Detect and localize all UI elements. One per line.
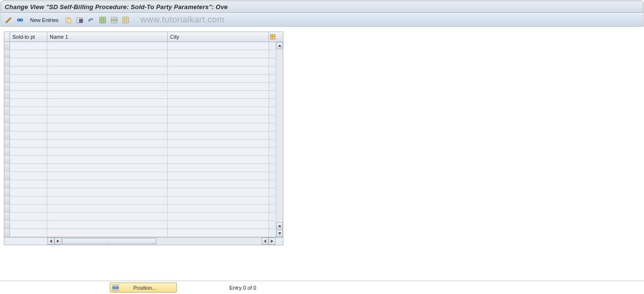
row-selector[interactable]	[4, 172, 10, 180]
grid-cell[interactable]	[47, 131, 168, 139]
row-selector[interactable]	[4, 50, 10, 58]
grid-cell[interactable]	[47, 205, 168, 212]
grid-cell[interactable]	[168, 123, 269, 131]
grid-cell[interactable]	[168, 131, 269, 139]
scroll-down-inner-button[interactable]	[276, 222, 283, 229]
grid-cell[interactable]	[47, 58, 168, 66]
grid-cell[interactable]	[168, 221, 269, 229]
grid-cell[interactable]	[168, 99, 269, 107]
row-selector[interactable]	[4, 123, 10, 131]
grid-cell[interactable]	[10, 196, 47, 204]
grid-cell[interactable]	[168, 196, 269, 204]
grid-cell[interactable]	[10, 213, 47, 220]
grid-cell[interactable]	[47, 123, 168, 131]
grid-cell[interactable]	[47, 180, 168, 188]
grid-cell[interactable]	[10, 148, 47, 155]
grid-cell[interactable]	[10, 156, 47, 163]
grid-cell[interactable]	[10, 83, 47, 90]
grid-cell[interactable]	[47, 75, 168, 82]
row-selector[interactable]	[4, 115, 10, 123]
undo-change-button[interactable]	[86, 15, 96, 25]
row-selector[interactable]	[4, 164, 10, 172]
new-entries-button[interactable]: New Entries	[27, 15, 62, 25]
grid-cell[interactable]	[47, 156, 168, 163]
position-button[interactable]: Position...	[110, 283, 177, 293]
grid-cell[interactable]	[47, 196, 168, 204]
row-selector[interactable]	[4, 196, 10, 204]
row-selector[interactable]	[4, 42, 10, 50]
grid-cell[interactable]	[168, 66, 269, 74]
row-selector[interactable]	[4, 131, 10, 139]
grid-cell[interactable]	[10, 229, 47, 237]
grid-cell[interactable]	[10, 131, 47, 139]
grid-cell[interactable]	[168, 148, 269, 155]
grid-cell[interactable]	[168, 156, 269, 163]
grid-cell[interactable]	[10, 140, 47, 147]
grid-cell[interactable]	[10, 164, 47, 172]
grid-cell[interactable]	[10, 99, 47, 107]
grid-cell[interactable]	[168, 83, 269, 90]
row-selector[interactable]	[4, 148, 10, 155]
row-selector[interactable]	[4, 83, 10, 90]
row-selector[interactable]	[4, 58, 10, 66]
grid-cell[interactable]	[47, 83, 168, 90]
grid-cell[interactable]	[168, 229, 269, 237]
grid-cell[interactable]	[168, 140, 269, 147]
grid-cell[interactable]	[168, 91, 269, 98]
grid-cell[interactable]	[10, 58, 47, 66]
grid-cell[interactable]	[168, 188, 269, 196]
select-all-button[interactable]	[98, 15, 107, 25]
row-selector[interactable]	[4, 75, 10, 82]
row-selector[interactable]	[4, 213, 10, 220]
deselect-all-button[interactable]	[121, 15, 130, 25]
find-button[interactable]	[15, 15, 25, 25]
grid-cell[interactable]	[47, 107, 168, 115]
grid-cell[interactable]	[168, 42, 269, 50]
scroll-right-button[interactable]	[268, 238, 276, 245]
grid-cell[interactable]	[10, 42, 47, 50]
row-selector[interactable]	[4, 66, 10, 74]
hscroll-thumb[interactable]: ∙∙∙	[62, 238, 157, 244]
grid-cell[interactable]	[10, 188, 47, 196]
grid-cell[interactable]	[47, 148, 168, 155]
grid-cell[interactable]	[47, 188, 168, 196]
scroll-left-button[interactable]	[47, 238, 54, 245]
grid-cell[interactable]	[10, 107, 47, 115]
scroll-down-button[interactable]	[276, 230, 283, 237]
grid-cell[interactable]	[10, 50, 47, 58]
column-header-sold-to[interactable]: Sold-to pt	[10, 32, 47, 42]
grid-cell[interactable]	[168, 75, 269, 82]
copy-as-button[interactable]	[64, 15, 73, 25]
grid-cell[interactable]	[47, 50, 168, 58]
grid-cell[interactable]	[168, 164, 269, 172]
grid-cell[interactable]	[47, 99, 168, 107]
grid-cell[interactable]	[47, 140, 168, 147]
toggle-display-change-button[interactable]	[4, 15, 13, 25]
grid-cell[interactable]	[10, 221, 47, 229]
grid-cell[interactable]	[47, 91, 168, 98]
grid-cell[interactable]	[168, 205, 269, 212]
grid-cell[interactable]	[168, 50, 269, 58]
row-selector[interactable]	[4, 180, 10, 188]
grid-cell[interactable]	[10, 205, 47, 212]
row-selector[interactable]	[4, 156, 10, 163]
grid-cell[interactable]	[168, 213, 269, 220]
grid-cell[interactable]	[47, 66, 168, 74]
scroll-left-inner-button[interactable]	[54, 238, 62, 245]
grid-cell[interactable]	[10, 123, 47, 131]
grid-cell[interactable]	[47, 229, 168, 237]
grid-cell[interactable]	[10, 180, 47, 188]
grid-cell[interactable]	[47, 42, 168, 50]
hscroll-track[interactable]: ∙∙∙	[62, 238, 261, 245]
row-selector[interactable]	[4, 188, 10, 196]
grid-cell[interactable]	[10, 115, 47, 123]
grid-cell[interactable]	[168, 172, 269, 180]
grid-cell[interactable]	[168, 58, 269, 66]
vscroll-track[interactable]	[276, 49, 283, 222]
grid-cell[interactable]	[168, 107, 269, 115]
row-selector[interactable]	[4, 140, 10, 147]
grid-cell[interactable]	[10, 66, 47, 74]
vertical-scrollbar[interactable]	[276, 42, 283, 237]
grid-cell[interactable]	[168, 180, 269, 188]
row-selector[interactable]	[4, 99, 10, 107]
